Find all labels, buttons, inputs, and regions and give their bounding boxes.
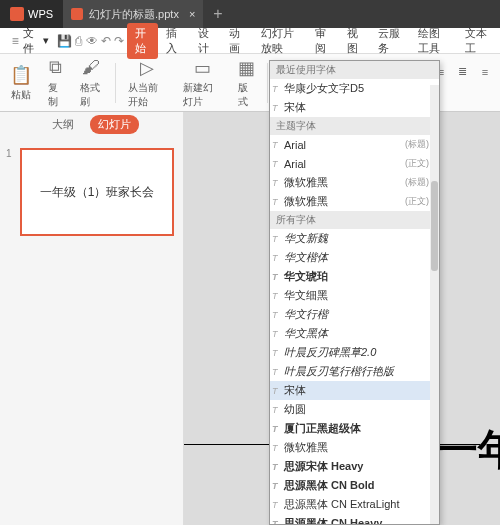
font-type-icon: T — [272, 462, 278, 472]
menu-视图[interactable]: 视图 — [339, 23, 371, 59]
fromstart-button[interactable]: ▷从当前开始 — [124, 57, 171, 109]
font-type-icon: T — [272, 481, 278, 491]
scrollbar-thumb[interactable] — [431, 181, 438, 271]
font-option[interactable]: T微软雅黑(标题) — [270, 173, 439, 192]
new-tab-button[interactable]: + — [203, 5, 232, 23]
font-type-icon: T — [272, 253, 278, 263]
play-icon: ▷ — [140, 57, 154, 79]
slide-number: 1 — [6, 148, 16, 159]
brand-label: WPS — [28, 8, 53, 20]
font-type-icon: T — [272, 84, 278, 94]
tab-outline[interactable]: 大纲 — [44, 115, 82, 134]
formatbrush-button[interactable]: 🖌格式刷 — [76, 57, 107, 109]
slide-thumbnail[interactable]: 1 一年级（1）班家长会 — [10, 148, 173, 236]
slide-preview: 一年级（1）班家长会 — [20, 148, 174, 236]
font-type-icon: T — [272, 329, 278, 339]
font-type-icon: T — [272, 103, 278, 113]
font-option[interactable]: T宋体 — [270, 381, 439, 400]
layout-icon: ▦ — [238, 57, 255, 79]
font-type-icon: T — [272, 291, 278, 301]
font-option[interactable]: T厦门正黑超级体 — [270, 419, 439, 438]
font-type-icon: T — [272, 405, 278, 415]
font-option[interactable]: T华文行楷 — [270, 305, 439, 324]
file-label: 幻灯片的标题.pptx — [89, 7, 179, 22]
font-type-icon: T — [272, 272, 278, 282]
menu-幻灯片放映[interactable]: 幻灯片放映 — [253, 23, 308, 59]
undo-icon[interactable]: ↶ — [100, 34, 111, 48]
tab-slides[interactable]: 幻灯片 — [90, 115, 139, 134]
menu-文本工[interactable]: 文本工 — [457, 23, 496, 59]
fd-header-recent: 最近使用字体 — [270, 61, 439, 79]
brush-icon: 🖌 — [82, 57, 100, 79]
font-type-icon: T — [272, 424, 278, 434]
font-type-icon: T — [272, 310, 278, 320]
separator — [267, 63, 268, 103]
paste-button[interactable]: 📋粘贴 — [6, 64, 36, 102]
font-type-icon: T — [272, 367, 278, 377]
redo-icon[interactable]: ↷ — [113, 34, 124, 48]
font-option[interactable]: TArial(正文) — [270, 154, 439, 173]
font-type-icon: T — [272, 443, 278, 453]
print-icon[interactable]: ⎙ — [73, 34, 84, 48]
copy-icon: ⧉ — [49, 57, 62, 79]
font-type-icon: T — [272, 500, 278, 510]
font-type-icon: T — [272, 234, 278, 244]
pptx-icon — [71, 8, 83, 20]
font-option[interactable]: T华文新魏 — [270, 229, 439, 248]
font-option[interactable]: T华文琥珀 — [270, 267, 439, 286]
font-option[interactable]: T思源宋体 Heavy — [270, 457, 439, 476]
menu-开始[interactable]: 开始 — [127, 23, 159, 59]
menu-设计[interactable]: 设计 — [190, 23, 222, 59]
font-option[interactable]: T思源黑体 CN Bold — [270, 476, 439, 495]
menu-file[interactable]: ≡文件▾ — [4, 26, 55, 56]
close-tab-icon[interactable]: × — [189, 8, 195, 20]
font-option[interactable]: T华文细黑 — [270, 286, 439, 305]
newslide-button[interactable]: ▭新建幻灯片 — [179, 57, 226, 109]
font-option[interactable]: T华文黑体 — [270, 324, 439, 343]
menu-插入[interactable]: 插入 — [158, 23, 190, 59]
font-option[interactable]: T微软雅黑 — [270, 438, 439, 457]
font-type-icon: T — [272, 519, 278, 526]
save-icon[interactable]: 💾 — [57, 34, 71, 48]
tab-brand[interactable]: WPS — [0, 0, 63, 28]
font-type-icon: T — [272, 159, 278, 169]
menu-items: 开始插入设计动画幻灯片放映审阅视图云服务绘图工具文本工 — [127, 23, 496, 59]
menu-3lines-icon: ≡ — [10, 34, 20, 48]
slide-icon: ▭ — [194, 57, 211, 79]
font-option[interactable]: T微软雅黑(正文) — [270, 192, 439, 211]
font-option[interactable]: TArial(标题) — [270, 135, 439, 154]
menu-bar: ≡文件▾ 💾 ⎙ 👁 ↶ ↷ 开始插入设计动画幻灯片放映审阅视图云服务绘图工具文… — [0, 28, 500, 54]
menu-审阅[interactable]: 审阅 — [307, 23, 339, 59]
font-type-icon: T — [272, 197, 278, 207]
font-option[interactable]: T华文楷体 — [270, 248, 439, 267]
font-type-icon: T — [272, 348, 278, 358]
font-option[interactable]: T思源黑体 CN ExtraLight — [270, 495, 439, 514]
copy-button[interactable]: ⧉复制 — [44, 57, 68, 109]
separator — [115, 63, 116, 103]
font-option[interactable]: T思源黑体 CN Heavy — [270, 514, 439, 525]
font-option[interactable]: T宋体 — [270, 98, 439, 117]
font-option[interactable]: T叶晨反刃碑黑草2.0 — [270, 343, 439, 362]
font-option[interactable]: T幼圆 — [270, 400, 439, 419]
numbers-button[interactable]: ≣ — [454, 63, 472, 81]
menu-动画[interactable]: 动画 — [221, 23, 253, 59]
font-dropdown: 最近使用字体 T华康少女文字D5T宋体 主题字体 TArial(标题)TAria… — [269, 60, 440, 525]
menu-云服务[interactable]: 云服务 — [370, 23, 409, 59]
layout-button[interactable]: ▦版式 — [234, 57, 259, 109]
sidepanel: 大纲 幻灯片 1 一年级（1）班家长会 — [0, 112, 184, 525]
side-tabs: 大纲 幻灯片 — [0, 112, 183, 136]
menu-绘图工具[interactable]: 绘图工具 — [410, 23, 457, 59]
preview-icon[interactable]: 👁 — [86, 34, 98, 48]
font-type-icon: T — [272, 140, 278, 150]
font-option[interactable]: T华康少女文字D5 — [270, 79, 439, 98]
slide-title-text: 一年 — [436, 422, 500, 478]
fd-header-all: 所有字体 — [270, 211, 439, 229]
clipboard-icon: 📋 — [10, 64, 32, 86]
font-option[interactable]: T叶晨反刃笔行楷行艳版 — [270, 362, 439, 381]
align-button[interactable]: ≡ — [476, 63, 494, 81]
font-type-icon: T — [272, 178, 278, 188]
wps-logo-icon — [10, 7, 24, 21]
font-type-icon: T — [272, 386, 278, 396]
fd-header-theme: 主题字体 — [270, 117, 439, 135]
